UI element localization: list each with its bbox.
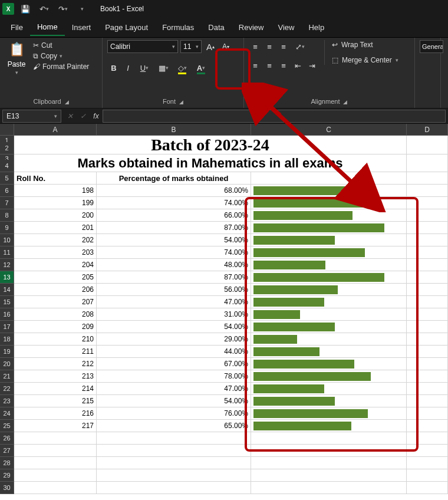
cell[interactable] — [97, 445, 251, 457]
increase-indent-icon[interactable]: ⇥ — [305, 59, 318, 72]
cell[interactable] — [407, 154, 448, 172]
cell-pct[interactable]: 74.00% — [97, 197, 251, 209]
cell-pct[interactable]: 67.00% — [97, 358, 251, 370]
cell[interactable] — [407, 407, 448, 420]
cell[interactable] — [407, 420, 448, 432]
cell[interactable] — [407, 284, 448, 296]
cell-pct[interactable]: 74.00% — [97, 246, 251, 259]
cell[interactable] — [407, 469, 448, 482]
cell-databar[interactable] — [251, 296, 407, 308]
merge-center-button[interactable]: ⬚Merge & Center ▾ — [330, 55, 401, 65]
italic-button[interactable]: I — [121, 61, 134, 74]
row-header[interactable]: 18 — [0, 333, 14, 346]
cell-pct[interactable]: 47.00% — [97, 296, 251, 308]
font-size-select[interactable]: 11▾ — [180, 40, 202, 53]
cell-pct[interactable]: 54.00% — [97, 321, 251, 333]
cell[interactable] — [407, 457, 448, 469]
cell-roll[interactable]: 202 — [14, 234, 97, 246]
cell-pct[interactable]: 66.00% — [97, 209, 251, 222]
cell[interactable] — [407, 136, 448, 154]
alignment-dialog-icon[interactable]: ◢ — [343, 99, 347, 105]
align-center-icon[interactable]: ≡ — [263, 59, 276, 72]
cell-pct[interactable]: 54.00% — [97, 395, 251, 407]
cell[interactable] — [407, 321, 448, 333]
row-header[interactable]: 22 — [0, 383, 14, 395]
bold-button[interactable]: B — [107, 61, 120, 74]
cell-roll[interactable]: 200 — [14, 209, 97, 222]
cell[interactable] — [251, 432, 407, 445]
cell[interactable] — [407, 346, 448, 358]
select-all-corner[interactable] — [0, 124, 14, 135]
align-right-icon[interactable]: ≡ — [277, 59, 290, 72]
paste-dropdown-icon[interactable]: ▾ — [15, 70, 18, 75]
align-left-icon[interactable]: ≡ — [249, 59, 262, 72]
paste-icon[interactable]: 📋 — [7, 40, 26, 59]
cell[interactable] — [407, 383, 448, 395]
fx-icon[interactable]: fx — [90, 110, 103, 123]
cell-pct[interactable]: 48.00% — [97, 259, 251, 271]
col-header-c[interactable]: C — [251, 124, 407, 135]
cell-roll[interactable]: 217 — [14, 420, 97, 432]
tab-page-layout[interactable]: Page Layout — [98, 19, 155, 35]
cell[interactable] — [407, 395, 448, 407]
cell-databar[interactable] — [251, 383, 407, 395]
cell[interactable] — [407, 333, 448, 346]
copy-button[interactable]: ⧉Copy ▾ — [31, 51, 91, 61]
cell[interactable] — [14, 469, 97, 482]
row-header[interactable]: 13 — [0, 271, 14, 284]
tab-home[interactable]: Home — [30, 19, 65, 36]
cell-databar[interactable] — [251, 234, 407, 246]
row-header[interactable]: 29 — [0, 469, 14, 482]
cell[interactable] — [407, 185, 448, 197]
cell-databar[interactable] — [251, 222, 407, 234]
row-header[interactable]: 27 — [0, 445, 14, 457]
cell-roll[interactable]: 205 — [14, 271, 97, 284]
cell-databar[interactable] — [251, 333, 407, 346]
cell-databar[interactable] — [251, 395, 407, 407]
tab-help[interactable]: Help — [301, 19, 331, 35]
align-middle-icon[interactable]: ≡ — [263, 40, 276, 53]
cell-pct[interactable]: 47.00% — [97, 383, 251, 395]
fill-color-button[interactable]: ◇ ▾ — [173, 61, 191, 74]
cell-roll[interactable]: 206 — [14, 284, 97, 296]
tab-formulas[interactable]: Formulas — [155, 19, 201, 35]
cell[interactable] — [407, 197, 448, 209]
subtitle-cell[interactable]: Marks obtained in Mahematics in all exam… — [14, 154, 407, 172]
cell-roll[interactable]: 216 — [14, 407, 97, 420]
cell-databar[interactable] — [251, 358, 407, 370]
cell-pct[interactable]: 76.00% — [97, 407, 251, 420]
cell-roll[interactable]: 211 — [14, 346, 97, 358]
cell-databar[interactable] — [251, 197, 407, 209]
header-pct[interactable]: Percentage of marks obtained — [97, 172, 251, 185]
border-button[interactable]: ▦ ▾ — [154, 61, 172, 74]
col-header-d[interactable]: D — [407, 124, 448, 135]
row-header[interactable]: 20 — [0, 358, 14, 370]
cell[interactable] — [407, 358, 448, 370]
cell[interactable] — [97, 432, 251, 445]
font-color-button[interactable]: A ▾ — [192, 61, 210, 74]
cell-pct[interactable]: 78.00% — [97, 370, 251, 383]
row-header[interactable]: 6 — [0, 185, 14, 197]
tab-view[interactable]: View — [271, 19, 301, 35]
formula-input[interactable] — [103, 110, 446, 123]
cell-roll[interactable]: 207 — [14, 296, 97, 308]
header-roll[interactable]: Roll No. — [14, 172, 97, 185]
cut-button[interactable]: ✂Cut — [31, 40, 91, 51]
col-header-b[interactable]: B — [97, 124, 251, 135]
cell-roll[interactable]: 213 — [14, 370, 97, 383]
row-header[interactable]: 17 — [0, 321, 14, 333]
cell-pct[interactable]: 31.00% — [97, 308, 251, 321]
cell[interactable] — [251, 469, 407, 482]
row-header[interactable]: 28 — [0, 457, 14, 469]
redo-icon[interactable]: ↷▾ — [55, 2, 71, 16]
font-dialog-icon[interactable]: ◢ — [179, 99, 183, 105]
cell[interactable] — [407, 246, 448, 259]
cell-pct[interactable]: 29.00% — [97, 333, 251, 346]
align-bottom-icon[interactable]: ≡ — [277, 40, 290, 53]
cell[interactable] — [14, 457, 97, 469]
cell-roll[interactable]: 210 — [14, 333, 97, 346]
font-name-select[interactable]: Calibri▾ — [107, 40, 178, 53]
row-header[interactable]: 25 — [0, 420, 14, 432]
cell[interactable] — [407, 432, 448, 445]
cell[interactable] — [14, 445, 97, 457]
